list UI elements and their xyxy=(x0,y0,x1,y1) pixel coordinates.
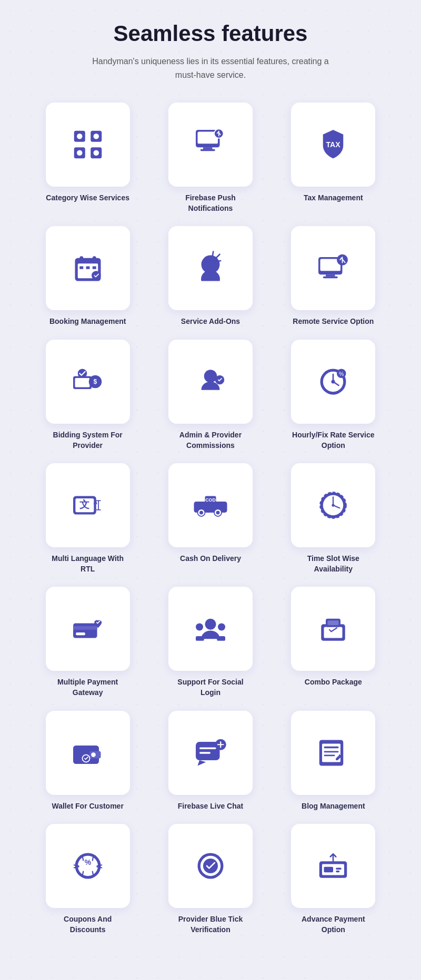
feature-card-provider-blue-tick xyxy=(168,824,253,908)
feature-item-support-social-login: Support For Social Login xyxy=(154,587,266,698)
feature-label-bidding-system: Bidding System For Provider xyxy=(46,430,130,451)
svg-point-57 xyxy=(216,511,219,515)
feature-card-remote-service-option xyxy=(291,226,375,310)
feature-card-multiple-payment-gateway xyxy=(46,587,130,671)
svg-text:%: % xyxy=(339,371,344,377)
svg-text:COD: COD xyxy=(205,497,215,503)
feature-label-combo-package: Combo Package xyxy=(305,677,362,688)
feature-label-tax-management: Tax Management xyxy=(304,193,363,203)
feature-label-category-wise-services: Category Wise Services xyxy=(46,193,129,203)
feature-card-time-slot-wise xyxy=(291,463,375,547)
feature-label-admin-provider-commissions: Admin & Provider Commissions xyxy=(168,430,253,451)
svg-rect-20 xyxy=(86,267,89,269)
feature-card-service-addons xyxy=(168,226,253,310)
svg-rect-19 xyxy=(79,267,83,269)
svg-rect-10 xyxy=(203,147,213,149)
feature-item-multiple-payment-gateway: Multiple Payment Gateway xyxy=(32,587,144,698)
svg-rect-11 xyxy=(201,149,215,151)
feature-card-tax-management: TAX xyxy=(291,103,375,187)
feature-card-bidding-system: $ xyxy=(46,340,130,424)
feature-item-wallet-for-customer: Wallet For Customer xyxy=(32,711,144,812)
feature-label-coupons-discounts: Coupons And Discounts xyxy=(46,914,130,935)
svg-rect-18 xyxy=(92,257,96,263)
feature-item-combo-package: Combo Package xyxy=(277,587,389,698)
feature-card-coupons-discounts: % xyxy=(46,824,130,908)
feature-item-tax-management: TAX Tax Management xyxy=(277,103,389,213)
svg-rect-64 xyxy=(73,624,97,638)
feature-item-hourly-fix-rate: % % Hourly/Fix Rate Service Option xyxy=(277,340,389,451)
feature-item-bidding-system: $ Bidding System For Provider xyxy=(32,340,144,451)
feature-label-firebase-push-notifications: Firebase Push Notifications xyxy=(168,193,253,213)
svg-point-5 xyxy=(93,134,99,139)
feature-item-advance-payment: Advance Payment Option xyxy=(277,824,389,935)
feature-item-category-wise-services: Category Wise Services xyxy=(32,103,144,213)
svg-point-56 xyxy=(199,511,203,515)
feature-card-support-social-login xyxy=(168,587,253,671)
feature-label-wallet-for-customer: Wallet For Customer xyxy=(52,801,123,812)
feature-card-advance-payment xyxy=(291,824,375,908)
svg-text:$: $ xyxy=(93,378,97,385)
svg-rect-81 xyxy=(199,747,216,749)
feature-label-provider-blue-tick: Provider Blue Tick Verification xyxy=(168,914,253,935)
feature-item-service-addons: Service Add-Ons xyxy=(154,226,266,327)
svg-rect-27 xyxy=(323,277,338,279)
features-grid: Category Wise Services Firebase Push Not… xyxy=(32,103,389,935)
feature-item-booking-management: Booking Management xyxy=(32,226,144,327)
svg-point-69 xyxy=(218,624,225,631)
svg-rect-65 xyxy=(73,626,97,630)
feature-item-provider-blue-tick: Provider Blue Tick Verification xyxy=(154,824,266,935)
svg-text:%: % xyxy=(84,858,91,866)
feature-card-firebase-push-notifications xyxy=(168,103,253,187)
svg-point-68 xyxy=(196,624,203,631)
feature-label-firebase-live-chat: Firebase Live Chat xyxy=(178,801,244,812)
feature-label-hourly-fix-rate: Hourly/Fix Rate Service Option xyxy=(291,430,375,451)
page-subtitle: Handyman's uniqueness lies in its essent… xyxy=(84,55,337,81)
svg-rect-26 xyxy=(326,275,335,277)
feature-label-booking-management: Booking Management xyxy=(49,317,126,327)
feature-label-advance-payment: Advance Payment Option xyxy=(291,914,375,935)
svg-rect-70 xyxy=(196,636,204,641)
feature-label-service-addons: Service Add-Ons xyxy=(181,317,240,327)
svg-rect-100 xyxy=(336,871,340,873)
feature-label-cash-on-delivery: Cash On Delivery xyxy=(180,554,241,564)
svg-point-4 xyxy=(77,134,83,139)
svg-rect-73 xyxy=(324,627,343,638)
feature-item-admin-provider-commissions: Admin & Provider Commissions xyxy=(154,340,266,451)
feature-item-blog-management: Blog Management xyxy=(277,711,389,812)
feature-card-cash-on-delivery: COD xyxy=(168,463,253,547)
svg-point-7 xyxy=(93,150,99,156)
feature-item-firebase-live-chat: Firebase Live Chat xyxy=(154,711,266,812)
svg-rect-75 xyxy=(328,621,339,626)
svg-text:A: A xyxy=(93,499,97,505)
feature-card-combo-package xyxy=(291,587,375,671)
svg-point-34 xyxy=(204,370,217,383)
svg-rect-98 xyxy=(324,867,334,873)
feature-card-category-wise-services xyxy=(46,103,130,187)
svg-text:TAX: TAX xyxy=(326,140,341,149)
svg-rect-88 xyxy=(324,754,335,756)
svg-point-67 xyxy=(205,619,216,630)
feature-card-multi-language-rtl: 文 A xyxy=(46,463,130,547)
svg-rect-87 xyxy=(324,751,339,752)
feature-item-coupons-discounts: % Coupons And Discounts xyxy=(32,824,144,935)
feature-card-hourly-fix-rate: % % xyxy=(291,340,375,424)
feature-card-booking-management xyxy=(46,226,130,310)
feature-card-firebase-live-chat xyxy=(168,711,253,795)
feature-label-support-social-login: Support For Social Login xyxy=(168,677,253,698)
svg-point-22 xyxy=(92,271,101,281)
svg-text:%: % xyxy=(332,391,335,395)
svg-rect-71 xyxy=(217,636,225,641)
feature-item-remote-service-option: Remote Service Option xyxy=(277,226,389,327)
svg-rect-30 xyxy=(75,378,89,387)
page-title: Seamless features xyxy=(32,21,389,46)
feature-card-blog-management xyxy=(291,711,375,795)
feature-label-multi-language-rtl: Multi Language With RTL xyxy=(46,554,130,574)
svg-point-6 xyxy=(77,150,83,156)
feature-label-remote-service-option: Remote Service Option xyxy=(293,317,374,327)
svg-rect-99 xyxy=(336,868,342,870)
svg-point-78 xyxy=(91,752,96,757)
feature-label-blog-management: Blog Management xyxy=(302,801,365,812)
svg-rect-21 xyxy=(92,267,96,269)
svg-rect-17 xyxy=(79,257,83,263)
svg-rect-66 xyxy=(76,632,85,635)
